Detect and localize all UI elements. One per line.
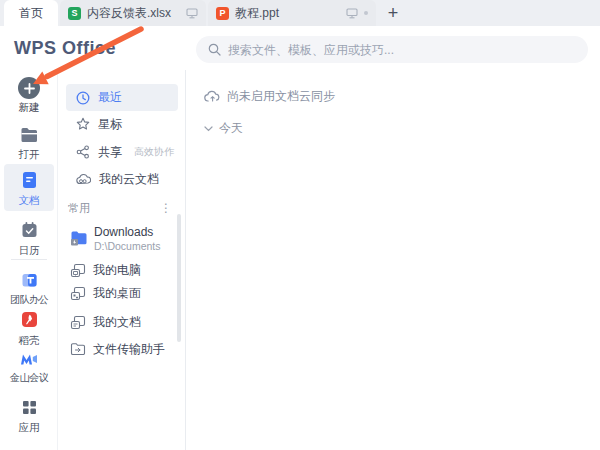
chevron-down-icon xyxy=(204,126,213,132)
nav-new-label: 新建 xyxy=(0,101,58,115)
computer-icon xyxy=(70,263,86,278)
sidebar-item-cloud-docs[interactable]: 我的云文档 xyxy=(66,166,178,192)
apps-grid-icon xyxy=(22,400,37,415)
tab-home[interactable]: 首页 xyxy=(4,0,58,26)
tab-spreadsheet[interactable]: S 内容反馈表.xlsx xyxy=(60,0,206,26)
sidebar-item-file-transfer[interactable]: 文件传输助手 xyxy=(62,336,178,362)
sidebar: 最近 星标 共享 高效协作 我的云文档 常用 ⋮ xyxy=(58,70,186,450)
wps-office-logo: WPS Office xyxy=(14,26,116,70)
sidebar-item-my-documents[interactable]: 我的文档 xyxy=(62,309,178,335)
sidebar-item-recent[interactable]: 最近 xyxy=(66,84,178,111)
monitor-icon xyxy=(186,8,198,19)
nav-docs-label: 文档 xyxy=(0,194,58,208)
tab-spreadsheet-label: 内容反馈表.xlsx xyxy=(87,5,180,22)
clock-icon xyxy=(76,91,90,105)
monitor-icon xyxy=(346,8,358,19)
meeting-icon xyxy=(20,352,38,366)
common-section-header: 常用 ⋮ xyxy=(68,200,178,216)
presentation-file-icon: P xyxy=(216,7,229,20)
nav-team-label: 团队办公 xyxy=(0,293,58,307)
nav-docer-label: 稻壳 xyxy=(0,334,58,348)
file-transfer-label: 文件传输助手 xyxy=(93,341,165,358)
file-transfer-icon xyxy=(70,342,86,356)
header: WPS Office xyxy=(0,26,600,70)
nav-meeting-label: 金山会议 xyxy=(0,371,58,385)
sidebar-item-my-desktop[interactable]: 我的桌面 xyxy=(62,280,178,306)
nav-meeting-button[interactable]: 金山会议 xyxy=(0,350,58,385)
downloads-label: Downloads xyxy=(94,225,153,239)
my-documents-label: 我的文档 xyxy=(93,314,141,331)
today-group-header[interactable]: 今天 xyxy=(204,120,243,137)
calendar-icon xyxy=(21,221,38,238)
sidebar-item-shared[interactable]: 共享 高效协作 xyxy=(66,139,178,165)
tab-presentation[interactable]: P 教程.ppt xyxy=(208,0,376,26)
share-icon xyxy=(76,145,90,159)
tab-presentation-label: 教程.ppt xyxy=(235,5,340,22)
downloads-path: D:\Documents xyxy=(94,240,161,252)
sidebar-scrollbar[interactable] xyxy=(177,214,181,342)
cloud-icon xyxy=(76,173,91,185)
sidebar-item-downloads[interactable]: Downloads D:\Documents xyxy=(62,222,178,258)
new-tab-button[interactable]: + xyxy=(380,0,406,26)
sidebar-recent-label: 最近 xyxy=(98,89,122,106)
plus-circle-icon xyxy=(18,77,40,99)
nav-open-label: 打开 xyxy=(0,148,58,162)
more-options-icon[interactable]: ⋮ xyxy=(160,201,172,215)
nav-new-button[interactable]: 新建 xyxy=(0,70,58,110)
nav-apps-button[interactable]: 应用 xyxy=(0,398,58,435)
star-icon xyxy=(76,117,90,131)
today-label: 今天 xyxy=(219,120,243,137)
search-input[interactable] xyxy=(228,36,578,63)
desktop-icon xyxy=(70,286,86,301)
tab-home-label: 首页 xyxy=(19,5,43,22)
sidebar-item-starred[interactable]: 星标 xyxy=(66,111,178,137)
nav-rail: 新建 打开 文档 日历 团队办公 xyxy=(0,70,58,450)
my-desktop-label: 我的桌面 xyxy=(93,285,141,302)
common-section-title: 常用 xyxy=(68,201,90,216)
tab-bar: 首页 S 内容反馈表.xlsx P 教程.ppt + xyxy=(0,0,600,26)
nav-team-button[interactable]: 团队办公 xyxy=(0,270,58,307)
document-icon xyxy=(21,171,38,189)
cloud-sync-text: 尚未启用文档云同步 xyxy=(227,88,335,105)
spreadsheet-file-icon: S xyxy=(68,7,81,20)
sidebar-starred-label: 星标 xyxy=(98,116,122,133)
my-computer-label: 我的电脑 xyxy=(93,262,141,279)
docer-leaf-icon xyxy=(21,311,38,328)
sidebar-shared-label: 共享 xyxy=(98,144,122,161)
share-badge: 高效协作 xyxy=(134,145,174,159)
rail-divider xyxy=(11,259,47,260)
search-icon xyxy=(208,43,221,56)
folder-open-icon xyxy=(20,127,39,143)
nav-calendar-button[interactable]: 日历 xyxy=(0,219,58,258)
tab-status-dot xyxy=(364,11,368,15)
main-content: 尚未启用文档云同步 今天 xyxy=(186,70,600,450)
documents-icon xyxy=(70,315,86,330)
cloud-sync-notice[interactable]: 尚未启用文档云同步 xyxy=(204,88,335,105)
nav-calendar-label: 日历 xyxy=(0,244,58,258)
nav-apps-label: 应用 xyxy=(0,421,58,435)
sidebar-cloud-docs-label: 我的云文档 xyxy=(99,171,159,188)
team-office-icon xyxy=(21,272,38,288)
nav-docs-button[interactable]: 文档 xyxy=(0,169,58,208)
nav-open-button[interactable]: 打开 xyxy=(0,126,58,162)
cloud-sync-icon xyxy=(204,90,220,103)
folder-downloads-icon xyxy=(70,230,88,246)
search-box[interactable] xyxy=(196,36,588,63)
nav-docer-button[interactable]: 稻壳 xyxy=(0,309,58,348)
